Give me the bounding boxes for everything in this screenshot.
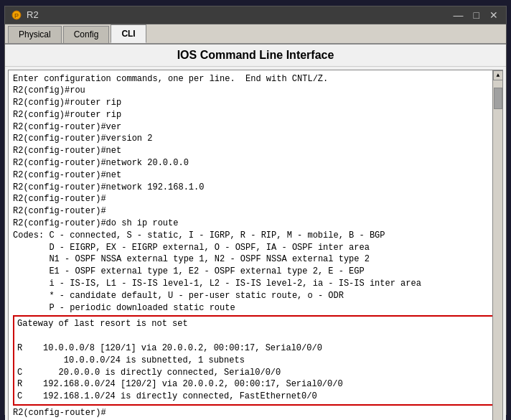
highlighted-text: Gateway of last resort is not set R 10.0… [17,318,494,403]
terminal[interactable]: Enter configuration commands, one per li… [8,70,503,421]
tab-config[interactable]: Config [63,26,110,43]
svg-text:P: P [14,12,19,19]
main-window: P R2 — □ ✕ Physical Config CLI IOS Comma… [4,6,507,415]
tab-cli[interactable]: CLI [111,24,146,43]
highlighted-output: Gateway of last resort is not set R 10.0… [13,315,498,406]
scrollbar[interactable]: ▲ ▼ [492,70,502,421]
scroll-up-arrow[interactable]: ▲ [493,70,503,80]
tab-bar: Physical Config CLI [5,24,506,45]
minimize-button[interactable]: — [451,10,466,20]
terminal-lines-before: Enter configuration commands, one per li… [13,73,498,314]
window-title: R2 [27,9,39,20]
terminal-lines-after: R2(config-router)# R2(config-router)# [13,407,498,420]
tab-physical[interactable]: Physical [8,26,62,43]
scroll-thumb[interactable] [494,88,502,109]
maximize-button[interactable]: □ [472,10,482,20]
title-bar-left: P R2 [11,9,39,21]
terminal-container: Enter configuration commands, one per li… [5,67,506,421]
title-bar-controls: — □ ✕ [451,10,500,20]
scroll-track[interactable] [493,80,502,421]
app-icon: P [11,9,22,21]
title-bar: P R2 — □ ✕ [5,6,506,24]
page-title: IOS Command Line Interface [5,45,506,67]
close-button[interactable]: ✕ [487,10,500,20]
